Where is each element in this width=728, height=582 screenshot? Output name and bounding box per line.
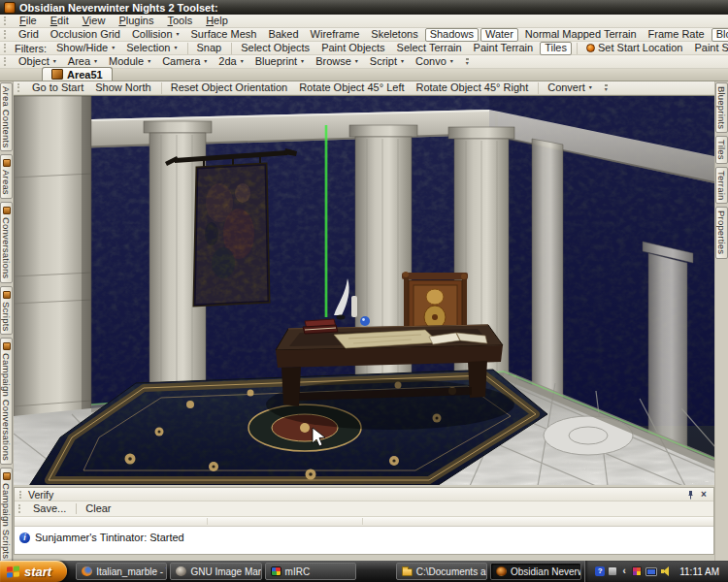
toolbar-button[interactable]: Show/Hide [51,42,119,55]
candle[interactable] [351,296,357,317]
toolbar-button[interactable]: Paint Objects [316,42,389,55]
button-label: Wireframe [311,29,360,40]
side-panel-tab[interactable]: Areas [0,154,13,199]
toolbar-button[interactable]: Tiles [540,42,572,55]
area-icon [51,69,63,80]
toolbar-button[interactable]: Shadows [425,28,479,42]
button-label: Module [109,56,144,67]
tray-icon[interactable] [645,567,657,576]
menu-item[interactable]: File [13,15,44,27]
3d-viewport[interactable] [14,95,714,485]
toolbar-button[interactable]: Rotate Object 45° Left [294,81,409,95]
toolbar-button[interactable]: Occlusion Grid [46,28,125,42]
start-button[interactable]: start [0,561,67,582]
menu-item[interactable]: Tools [160,15,199,27]
tray-icon[interactable] [595,566,605,576]
blue-orb[interactable] [360,316,370,326]
toolbar-menu-button[interactable]: Blueprint [250,55,309,69]
toolbar-grip[interactable] [18,504,23,513]
side-panel-tab[interactable]: Campaign Scripts [0,468,13,561]
menu-item[interactable]: Plugins [112,15,160,27]
toolbar-button[interactable]: Frame Rate [644,28,710,42]
side-panel-tab[interactable]: Conversations [0,202,13,282]
toolbar-button[interactable]: Paint Spawn Point [689,42,728,55]
verify-title-bar[interactable]: Verify [15,488,713,501]
toolbar-menu-button[interactable]: 2da [214,55,248,69]
side-panel-tab[interactable]: Blueprints [715,82,728,133]
taskbar-task-button[interactable]: C:\Documents and Se... [396,563,487,580]
toolbar-button[interactable]: Normal Mapped Terrain [520,28,642,42]
toolbar-grip[interactable] [4,57,9,66]
toolbar-button[interactable]: Select Terrain [392,42,467,55]
toolbar-button[interactable]: Grid [14,28,44,42]
tray-icon[interactable] [661,566,672,576]
document-tab[interactable]: Area51 [42,67,113,81]
taskbar-task-button[interactable]: Italian_marble - Varia... [76,563,167,580]
pin-icon[interactable] [683,489,697,500]
toolbar-button[interactable]: Surface Mesh [186,28,262,42]
toolbar-menu-button[interactable]: Browse [311,55,363,69]
side-panel-tab[interactable]: Tiles [715,136,728,164]
toolbar-button[interactable]: Water [480,28,518,42]
button-label: 2da [218,56,236,67]
verify-toolbar-button[interactable]: Clear [80,502,116,515]
taskbar-task-button[interactable]: mIRC [265,563,356,580]
button-label: Collision [132,29,173,40]
toolbar-grip[interactable] [4,16,9,25]
toolbar-button[interactable]: Collision [127,28,184,42]
toolbar-button[interactable]: Selection [121,42,182,55]
toolbar-grip[interactable] [4,30,9,39]
taskbar-task-button[interactable]: Obsidian Neverwinter... [490,563,581,580]
toolbar-menu-button[interactable]: Script [365,55,409,69]
button-label: Shadows [430,29,474,40]
side-panel-tab[interactable]: Terrain [715,167,728,204]
toolbar-menu-button[interactable]: Module [104,55,155,69]
toolbar-grip[interactable] [4,44,9,52]
side-panel-tab[interactable]: Properties [715,207,728,258]
chevron-down-icon [241,56,244,67]
toolbar-button[interactable]: Convert [543,81,597,95]
toolbar-button[interactable]: Show North [90,81,155,95]
toolbar-button[interactable]: Bloom [711,28,728,42]
button-label: Rotate Object 45° Right [416,82,529,93]
chevron-down-icon [148,56,150,67]
verify-message-text: Sunjammer's Tintinator: Started [35,532,184,543]
verify-list-header [15,517,713,527]
side-panel-tab[interactable]: Campaign Conversations [0,338,13,465]
button-label: Paint Objects [321,43,384,53]
tray-icon[interactable] [609,567,616,575]
button-label: Show/Hide [56,43,108,53]
menu-item[interactable]: Edit [44,15,76,27]
toolbar-menu-button[interactable]: Convo [411,55,458,69]
tray-icon[interactable] [632,566,642,576]
close-icon[interactable] [697,489,711,500]
panel-grip[interactable] [19,491,24,499]
task-label: C:\Documents and Se... [416,566,487,577]
tray-icon[interactable] [620,566,628,576]
taskbar-task-button[interactable]: GNU Image Manipulat... [170,563,261,580]
toolbar-grip[interactable] [17,83,22,92]
title-bar[interactable]: Obsidian Neverwinter Nights 2 Toolset: [0,0,728,15]
toolbar-button[interactable]: Paint Terrain [469,42,539,55]
left-panel-rail: Area ContentsAreasConversationsScriptsCa… [0,81,14,561]
toolbar-button[interactable]: Wireframe [306,28,365,42]
side-panel-tab[interactable]: Scripts [0,286,13,335]
tab-label: Area51 [67,69,103,81]
verify-panel-title: Verify [28,489,53,501]
menu-item[interactable]: View [76,15,113,27]
menu-item[interactable]: Help [199,15,235,27]
toolbar-button[interactable]: Go to Start [27,81,88,95]
button-label: Select Terrain [397,43,462,53]
toolbar-button[interactable]: Baked [263,28,303,42]
toolbar-button[interactable]: Snap [192,42,227,55]
verify-message-row[interactable]: Sunjammer's Tintinator: Started [19,532,710,543]
toolbar-button[interactable]: Set Start Location [581,42,687,55]
toolbar-button[interactable]: Rotate Object 45° Right [412,81,534,95]
verify-toolbar-button[interactable]: Save... [27,502,72,515]
toolbar-button[interactable]: Skeletons [366,28,422,42]
toolbar-menu-button[interactable]: Camera [157,55,212,69]
toolbar-button[interactable]: Reset Object Orientation [166,81,292,95]
chevron-down-icon [94,56,97,67]
toolbar-button[interactable]: Select Objects [236,42,314,55]
side-panel-tab[interactable]: Area Contents [0,82,13,151]
